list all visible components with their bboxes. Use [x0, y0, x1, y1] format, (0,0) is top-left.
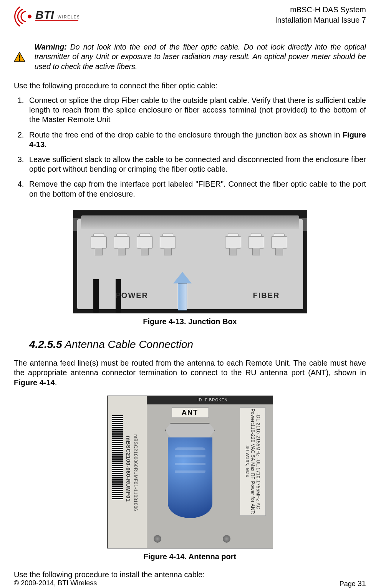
step-2: Route the free end of the drop cable to …: [26, 130, 366, 149]
model-label-1: mBSC2100-060-RUMF01: [125, 415, 131, 523]
svg-text:WIRELESS: WIRELESS: [58, 15, 79, 19]
warning-block: Warning: Do not look into the end of the…: [14, 42, 366, 71]
antenna-paragraph: The antenna feed line(s) must be routed …: [14, 358, 366, 388]
doc-title-line1: mBSC-H DAS System: [275, 5, 366, 15]
figure-4-13: POWER FIBER Figure 4-13. Junction Box: [14, 210, 366, 326]
bolt-icon: [154, 535, 161, 543]
doc-title-line2: Installation Manual Issue 7: [275, 15, 366, 25]
section-heading: 4.2.5.5 Antenna Cable Connection: [14, 338, 366, 351]
seal-label: ID IF BROKEN: [147, 396, 273, 404]
figure-4-13-caption: Figure 4-13. Junction Box: [14, 317, 366, 326]
section-title: Antenna Cable Connection: [62, 338, 193, 350]
warning-icon: [14, 46, 25, 68]
antenna-port-image: mBSC2100-060-RUMF01 mBSC2100060RUMF01-11…: [107, 396, 273, 548]
bolt-icon: [223, 535, 230, 543]
junction-box-image: POWER FIBER: [73, 210, 307, 313]
figure-4-14: mBSC2100-060-RUMF01 mBSC2100060RUMF01-11…: [14, 396, 366, 561]
barcode-icon: [112, 415, 123, 500]
ant-label: ANT: [171, 407, 209, 418]
step-1: Connect or splice the drop Fiber cable t…: [26, 96, 366, 125]
power-label: POWER: [116, 291, 149, 300]
fiber-label: FIBER: [253, 291, 280, 300]
svg-point-0: [28, 15, 31, 18]
page-header: BTI WIRELESS mBSC-H DAS System Installat…: [14, 5, 366, 27]
footer-page: Page 31: [340, 579, 366, 588]
doc-title: mBSC-H DAS System Installation Manual Is…: [275, 5, 366, 25]
model-label-2: mBSC2100060RUMF01-11031006: [133, 415, 138, 530]
arrow-up-icon: [173, 272, 192, 311]
spec-label: -DL:2110-2155MHz -UL:1710-1755MHz AC Pow…: [240, 407, 266, 516]
warning-body: Do not look into the end of the fiber op…: [35, 43, 366, 71]
svg-rect-6: [19, 59, 20, 61]
connector-icon: [162, 423, 218, 518]
step-4: Remove the cap from the interface port l…: [26, 179, 366, 199]
page-footer: © 2009-2014, BTI Wireless Page 31: [14, 579, 366, 588]
intro-fiber: Use the following procedure to connect t…: [14, 81, 366, 90]
intro-antenna: Use the following procedure to install t…: [14, 570, 366, 579]
warning-text: Warning: Do not look into the end of the…: [35, 42, 366, 71]
step-3: Leave sufficient slack to allow the cabl…: [26, 155, 366, 174]
brand-logo: BTI WIRELESS: [14, 6, 79, 27]
warning-label: Warning:: [35, 43, 67, 51]
fiber-steps: Connect or splice the drop Fiber cable t…: [14, 96, 366, 199]
svg-rect-5: [19, 55, 20, 59]
logo-icon: BTI WIRELESS: [14, 6, 79, 27]
footer-copyright: © 2009-2014, BTI Wireless: [14, 579, 97, 588]
section-number: 4.2.5.5: [29, 338, 62, 350]
figure-4-14-caption: Figure 4-14. Antenna port: [14, 552, 366, 561]
svg-text:BTI: BTI: [35, 8, 54, 21]
